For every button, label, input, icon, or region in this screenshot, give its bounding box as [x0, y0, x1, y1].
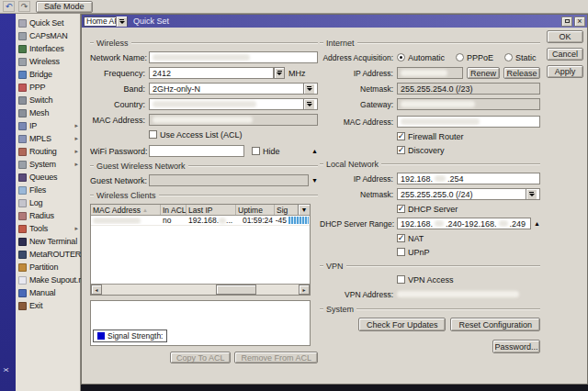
discovery-checkbox[interactable]: ✓ [397, 146, 405, 154]
sidebar-item-metarouter[interactable]: MetaROUTER [16, 248, 80, 261]
sidebar-item-ppp[interactable]: PPP [16, 81, 80, 94]
address-acquisition-label: Address Acquisition: [320, 53, 397, 62]
column-header-uptime[interactable]: Uptime [236, 205, 275, 215]
radio-pppoe-label: PPPoE [467, 53, 493, 62]
dhcp-server-checkbox[interactable]: ✓ [397, 205, 405, 213]
guest-network-dropdown-icon[interactable]: ▼ [311, 177, 318, 184]
sidebar-item-mesh[interactable]: Mesh [16, 106, 80, 119]
sidebar-item-queues[interactable]: Queues [16, 171, 80, 184]
quickset-mode-select[interactable]: Home AP [84, 17, 128, 27]
scrollbar-track[interactable] [102, 285, 299, 295]
sidebar-item-routing[interactable]: Routing▸ [16, 145, 80, 158]
wifi-password-input[interactable] [149, 145, 244, 157]
sidebar-item-label: PPP [29, 83, 45, 92]
sidebar-item-ip[interactable]: IP▸ [16, 119, 80, 132]
system-section-header: System [320, 304, 540, 314]
collapse-section-button[interactable]: ▲ [311, 148, 318, 154]
dhcp-range-input[interactable]: 192.168..240-192.168..249 [397, 218, 531, 229]
vpn-section-header: VPN [320, 261, 540, 271]
chevron-down-icon[interactable] [116, 17, 127, 27]
table-horizontal-scrollbar[interactable]: ◄ ► [91, 284, 310, 295]
firewall-router-checkbox[interactable]: ✓ [397, 132, 405, 140]
column-menu-button[interactable]: ▼ [298, 205, 310, 215]
frequency-dropdown-button[interactable] [274, 67, 285, 79]
sidebar-item-label: Exit [29, 301, 42, 310]
sidebar-item-wireless[interactable]: Wireless [16, 55, 80, 68]
sidebar-item-new-terminal[interactable]: New Terminal [16, 235, 80, 248]
radio-pppoe[interactable]: PPPoE [456, 53, 493, 62]
sidebar-item-radius[interactable]: Radius [16, 209, 80, 222]
submenu-arrow-icon: ▸ [74, 161, 78, 168]
nat-checkbox[interactable]: ✓ [397, 234, 405, 242]
local-netmask-select[interactable]: 255.255.255.0 (/24) [397, 188, 540, 200]
scroll-left-button[interactable]: ◄ [91, 285, 102, 295]
release-button[interactable]: Release [503, 67, 540, 79]
sidebar-item-partition[interactable]: Partition [16, 261, 80, 274]
sidebar-item-tools[interactable]: Tools▸ [16, 222, 80, 235]
scroll-right-button[interactable]: ► [299, 285, 310, 295]
sidebar-item-files[interactable]: Files [16, 184, 80, 196]
close-button[interactable]: × [574, 17, 585, 27]
sidebar-item-bridge[interactable]: Bridge [16, 68, 80, 81]
copy-to-acl-button[interactable]: Copy To ACL [170, 352, 231, 363]
apply-button[interactable]: Apply [547, 65, 583, 78]
remove-from-acl-button[interactable]: Remove From ACL [234, 352, 318, 363]
column-header-mac[interactable]: MAC Address▲ [91, 205, 161, 215]
queues-icon [18, 173, 27, 182]
redacted-value [219, 218, 226, 224]
local-ip-prefix: 192.168. [401, 174, 433, 184]
reset-configuration-button[interactable]: Reset Configuration [450, 318, 540, 331]
bridge-icon [18, 71, 27, 79]
wireless-icon [18, 58, 27, 66]
dhcp-range-collapse-button[interactable]: ▲ [534, 220, 540, 227]
upnp-checkbox[interactable] [397, 248, 405, 256]
country-select[interactable] [149, 98, 318, 110]
quick-set-content: Wireless Network Name: Frequency: 2412 M… [82, 28, 587, 385]
radio-static[interactable]: Static [504, 53, 537, 62]
sidebar-item-make-supout[interactable]: Make Supout.rif [16, 274, 80, 286]
band-select[interactable]: 2GHz-only-N [149, 83, 318, 95]
sidebar-item-system[interactable]: System▸ [16, 158, 80, 171]
sidebar-item-capsman[interactable]: CAPsMAN [16, 29, 80, 42]
redo-button[interactable]: ↷ [18, 1, 30, 12]
wireless-section-header: Wireless [90, 38, 318, 48]
column-header-signal[interactable]: Sig [275, 205, 298, 215]
sidebar-item-interfaces[interactable]: Interfaces [16, 42, 80, 55]
ok-button[interactable]: OK [547, 30, 583, 43]
discovery-label: Discovery [408, 146, 445, 155]
sidebar-item-mpls[interactable]: MPLS▸ [16, 132, 80, 145]
local-ip-input[interactable]: 192.168..254 [397, 173, 540, 184]
radio-automatic[interactable]: Automatic [397, 53, 445, 62]
undo-button[interactable]: ↶ [3, 1, 15, 12]
use-acl-checkbox[interactable] [149, 130, 157, 139]
safe-mode-button[interactable]: Safe Mode [36, 1, 93, 13]
sidebar-item-label: Make Supout.rif [29, 275, 85, 285]
sidebar-item-manual[interactable]: Manual [16, 286, 80, 299]
window-titlebar[interactable]: Home AP Quick Set × [82, 15, 587, 28]
column-header-lastip[interactable]: Last IP [187, 205, 236, 215]
renew-button[interactable]: Renew [467, 67, 500, 79]
vpn-access-checkbox[interactable] [397, 275, 405, 284]
sidebar-item-quick-set[interactable]: Quick Set [16, 17, 80, 29]
country-dropdown-button[interactable] [303, 99, 314, 109]
vpn-access-label: VPN Access [408, 275, 454, 285]
sidebar-item-switch[interactable]: Switch [16, 94, 80, 106]
frequency-input[interactable]: 2412 [149, 67, 274, 79]
local-netmask-dropdown-button[interactable] [526, 189, 537, 199]
password-button[interactable]: Password... [492, 340, 540, 353]
section-label: Wireless Clients [96, 191, 156, 200]
sidebar-item-log[interactable]: Log [16, 196, 80, 209]
hide-password-checkbox[interactable] [252, 147, 260, 155]
internet-mac-input[interactable] [397, 116, 540, 128]
restore-button[interactable] [561, 17, 572, 27]
column-header-inacl[interactable]: In ACL [161, 205, 187, 215]
check-for-updates-button[interactable]: Check For Updates [358, 318, 447, 331]
sidebar-item-exit[interactable]: Exit [16, 299, 80, 312]
use-acl-label: Use Access List (ACL) [160, 130, 243, 140]
scrollbar-thumb[interactable] [216, 285, 256, 295]
client-row[interactable]: no 192.168.... 01:59:24 -45 [91, 216, 310, 226]
cancel-button[interactable]: Cancel [547, 48, 583, 61]
guest-network-select[interactable] [149, 174, 309, 186]
band-dropdown-button[interactable] [303, 84, 314, 94]
network-name-input[interactable] [149, 51, 318, 63]
